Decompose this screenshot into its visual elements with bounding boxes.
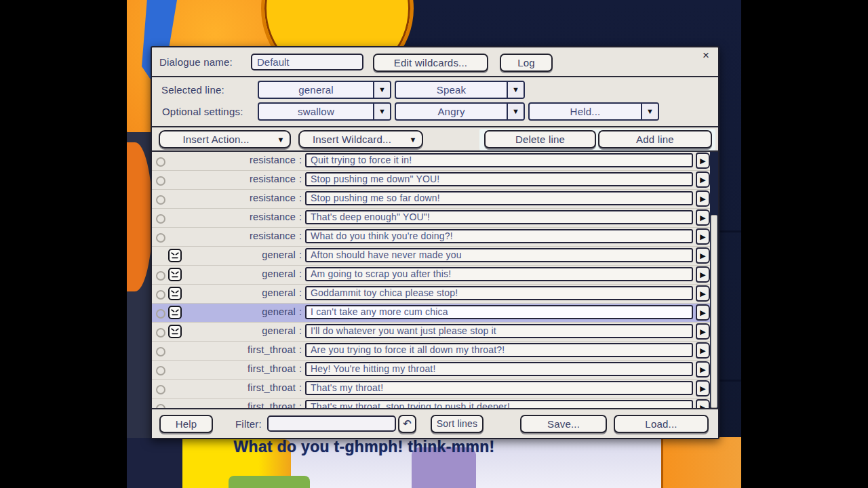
play-line-button[interactable]: ▶ bbox=[696, 190, 710, 207]
dialogue-line-row[interactable]: general : Goddammit toy chica please sto… bbox=[152, 285, 718, 304]
dialogue-line-row[interactable]: first_throat : That's my throat, stop tr… bbox=[152, 399, 718, 408]
play-icon: ▶ bbox=[700, 214, 705, 222]
play-line-button[interactable]: ▶ bbox=[696, 361, 710, 378]
help-button[interactable]: Help bbox=[159, 415, 213, 433]
radio-button[interactable] bbox=[156, 233, 165, 243]
line-text-field[interactable]: That's my throat! bbox=[305, 381, 693, 395]
line-mode-dropdown[interactable]: Speak ▼ bbox=[395, 81, 525, 99]
line-text-field[interactable]: I can't take any more cum chica bbox=[305, 305, 693, 319]
insert-action-dropdown[interactable]: Insert Action... ▼ bbox=[159, 130, 291, 148]
window-header: Dialogue name: Edit wildcards... Log × bbox=[152, 47, 718, 77]
play-line-button[interactable]: ▶ bbox=[696, 247, 710, 264]
line-text-field[interactable]: I'll do whatever you want just please st… bbox=[305, 324, 693, 338]
optional-setting-3-dropdown[interactable]: Held... ▼ bbox=[528, 102, 659, 121]
chevron-down-icon[interactable]: ▼ bbox=[507, 104, 524, 119]
save-button[interactable]: Save... bbox=[520, 415, 607, 433]
optional-settings-label: Optional settings: bbox=[162, 106, 243, 117]
play-line-button[interactable]: ▶ bbox=[696, 152, 710, 169]
radio-button[interactable] bbox=[156, 271, 165, 281]
chevron-down-icon[interactable]: ▼ bbox=[507, 82, 524, 98]
delete-line-button[interactable]: Delete line bbox=[484, 130, 596, 148]
category-separator: : bbox=[299, 382, 302, 393]
optional-setting-1-dropdown[interactable]: swallow ▼ bbox=[258, 102, 391, 121]
log-button[interactable]: Log bbox=[500, 54, 553, 72]
play-line-button[interactable]: ▶ bbox=[696, 228, 710, 245]
dialogue-editor-window: Dialogue name: Edit wildcards... Log × S… bbox=[151, 46, 719, 439]
play-icon: ▶ bbox=[700, 270, 705, 279]
play-line-button[interactable]: ▶ bbox=[696, 285, 710, 302]
line-category-dropdown[interactable]: general ▼ bbox=[258, 81, 391, 99]
dialogue-line-row[interactable]: resistance : Stop pushing me down" YOU! … bbox=[152, 171, 718, 190]
line-text-field[interactable]: Are you trying to force it all down my t… bbox=[305, 343, 693, 357]
dialogue-line-row[interactable]: first_throat : Are you trying to force i… bbox=[152, 342, 718, 361]
radio-button[interactable] bbox=[156, 290, 165, 300]
category-separator: : bbox=[299, 344, 302, 355]
line-category-label: first_throat bbox=[179, 401, 296, 408]
radio-button[interactable] bbox=[156, 214, 165, 224]
play-icon: ▶ bbox=[700, 384, 705, 392]
radio-button[interactable] bbox=[156, 157, 165, 167]
line-text-field[interactable]: Stop pushing me so far down! bbox=[305, 191, 693, 205]
play-line-button[interactable]: ▶ bbox=[696, 323, 710, 340]
line-text-field[interactable]: Quit trying to force it in! bbox=[305, 153, 693, 167]
line-text-field[interactable]: Afton should have never made you bbox=[305, 248, 693, 262]
optional-setting-2-dropdown[interactable]: Angry ▼ bbox=[395, 102, 525, 121]
line-text-field[interactable]: Stop pushing me down" YOU! bbox=[305, 172, 693, 186]
radio-button[interactable] bbox=[156, 385, 165, 394]
line-category-label: general bbox=[179, 268, 296, 279]
radio-button[interactable] bbox=[156, 328, 165, 338]
category-separator: : bbox=[299, 230, 302, 241]
dialogue-line-row[interactable]: general : I'll do whatever you want just… bbox=[152, 323, 718, 342]
dialogue-line-row[interactable]: resistance : Quit trying to force it in!… bbox=[152, 152, 718, 171]
play-line-button[interactable]: ▶ bbox=[696, 380, 710, 396]
category-separator: : bbox=[299, 306, 302, 317]
play-icon: ▶ bbox=[700, 308, 705, 317]
line-text-field[interactable]: Am going to scrap you after this! bbox=[305, 267, 693, 281]
chevron-down-icon[interactable]: ▼ bbox=[373, 82, 390, 98]
dialogue-name-input[interactable] bbox=[251, 54, 363, 70]
play-line-button[interactable]: ▶ bbox=[696, 171, 710, 188]
line-text-field[interactable]: That's deep enough" YOU"! bbox=[305, 210, 693, 224]
scrollbar-track[interactable] bbox=[710, 152, 718, 408]
category-separator: : bbox=[299, 268, 302, 279]
radio-button[interactable] bbox=[156, 309, 165, 319]
insert-wildcard-dropdown[interactable]: Insert Wildcard... ▼ bbox=[298, 130, 423, 148]
line-text-field[interactable]: That's my throat, stop trying to push it… bbox=[305, 400, 693, 408]
radio-button[interactable] bbox=[156, 195, 165, 205]
dialogue-line-row[interactable]: resistance : Stop pushing me so far down… bbox=[152, 190, 718, 209]
radio-button[interactable] bbox=[156, 347, 165, 357]
radio-button[interactable] bbox=[156, 176, 165, 186]
dialogue-line-row[interactable]: resistance : What do you think you're do… bbox=[152, 228, 718, 247]
line-text-field[interactable]: What do you think you're doing?! bbox=[305, 229, 693, 243]
undo-filter-button[interactable]: ↶ bbox=[398, 415, 416, 433]
play-line-button[interactable]: ▶ bbox=[696, 342, 710, 359]
dialogue-line-row[interactable]: first_throat : Hey! You're hitting my th… bbox=[152, 361, 718, 380]
line-text-field[interactable]: Goddammit toy chica please stop! bbox=[305, 286, 693, 300]
dialogue-line-row[interactable]: general : I can't take any more cum chic… bbox=[152, 304, 718, 323]
add-line-button[interactable]: Add line bbox=[598, 130, 712, 148]
chevron-down-icon[interactable]: ▼ bbox=[641, 104, 658, 119]
play-icon: ▶ bbox=[700, 327, 705, 336]
radio-button[interactable] bbox=[156, 366, 165, 375]
category-separator: : bbox=[299, 363, 302, 374]
dialogue-line-row[interactable]: general : Afton should have never made y… bbox=[152, 247, 718, 266]
edit-wildcards-button[interactable]: Edit wildcards... bbox=[373, 54, 488, 72]
undo-icon: ↶ bbox=[403, 418, 412, 429]
dialogue-line-row[interactable]: general : Am going to scrap you after th… bbox=[152, 266, 718, 285]
chevron-down-icon: ▼ bbox=[272, 136, 290, 144]
sort-lines-button[interactable]: Sort lines bbox=[431, 415, 484, 433]
chevron-down-icon[interactable]: ▼ bbox=[373, 104, 390, 119]
play-line-button[interactable]: ▶ bbox=[696, 304, 710, 321]
scrollbar-thumb[interactable] bbox=[711, 215, 717, 408]
play-line-button[interactable]: ▶ bbox=[696, 209, 710, 226]
filter-input[interactable] bbox=[267, 415, 396, 432]
play-line-button[interactable]: ▶ bbox=[696, 266, 710, 283]
load-button[interactable]: Load... bbox=[614, 415, 709, 433]
bg-bottom-orange bbox=[661, 437, 741, 488]
dialogue-line-row[interactable]: first_throat : That's my throat! ▶ bbox=[152, 380, 718, 399]
play-line-button[interactable]: ▶ bbox=[696, 399, 710, 408]
play-icon: ▶ bbox=[700, 365, 705, 373]
dialogue-line-row[interactable]: resistance : That's deep enough" YOU"! ▶ bbox=[152, 209, 718, 228]
line-text-field[interactable]: Hey! You're hitting my throat! bbox=[305, 362, 693, 376]
close-icon[interactable]: × bbox=[699, 49, 713, 62]
